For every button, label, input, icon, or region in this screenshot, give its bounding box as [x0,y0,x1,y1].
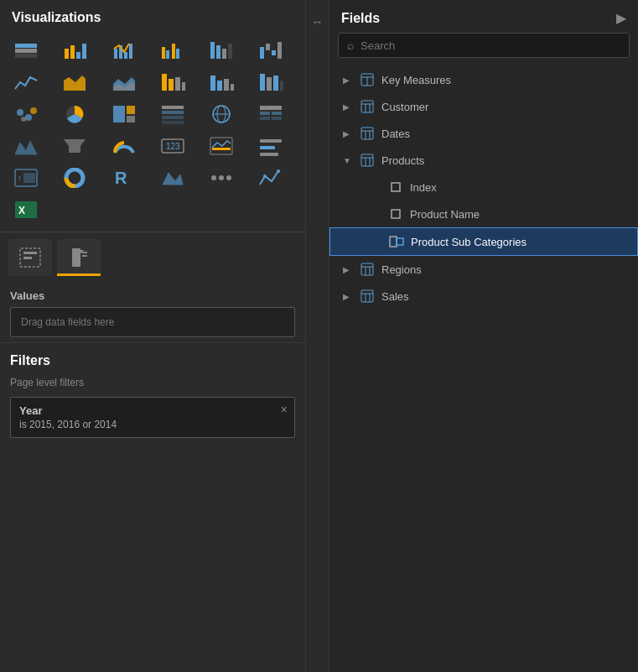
field-group-key-measures: ▶ Key Measures [329,66,638,93]
svg-rect-86 [82,255,87,257]
svg-rect-55 [272,112,282,115]
svg-rect-63 [212,148,231,150]
field-merged-icon-product-sub-cat [389,234,404,249]
fields-tab-button[interactable] [8,239,52,276]
svg-rect-65 [260,146,275,149]
svg-rect-44 [127,106,135,114]
svg-marker-23 [64,76,86,91]
svg-rect-84 [72,248,80,267]
resize-handle[interactable]: ↔ [312,15,324,29]
viz-bar-chart2[interactable] [153,67,192,97]
svg-point-38 [17,109,23,116]
svg-rect-111 [361,290,373,302]
field-item-product-sub-categories[interactable]: ▶ Product Sub Categories [329,227,638,256]
viz-slicer[interactable] [252,131,290,161]
svg-rect-95 [361,128,373,139]
table-icon-dates [360,126,375,141]
viz-custom1[interactable] [252,163,290,193]
field-item-customer[interactable]: ▶ Customer [329,93,638,120]
viz-globe[interactable] [202,99,241,129]
svg-rect-106 [397,238,403,245]
svg-point-40 [30,107,37,114]
svg-point-76 [226,175,231,180]
viz-line-bar[interactable] [105,35,143,65]
field-item-key-measures[interactable]: ▶ Key Measures [329,66,638,93]
svg-rect-4 [70,45,75,59]
calc-icon [360,72,375,87]
viz-scatter[interactable] [7,99,45,129]
field-item-index[interactable]: ▶ Index [329,174,638,201]
field-label-regions: Regions [381,263,422,276]
viz-waterfall[interactable] [252,35,290,65]
svg-rect-54 [260,112,270,115]
viz-bar-chart[interactable] [55,35,94,65]
viz-pie-chart[interactable] [55,99,94,129]
viz-grouped-bar[interactable] [153,35,192,65]
svg-marker-58 [15,141,37,154]
fields-panel-chevron[interactable]: ▶ [616,10,626,26]
viz-funnel[interactable] [55,131,94,161]
viz-ribbon-chart[interactable] [252,67,290,97]
chevron-right-icon: ▶ [343,129,353,138]
filter-card-title: Year [19,404,286,417]
field-item-dates[interactable]: ▶ Dates [329,120,638,147]
field-item-regions[interactable]: ▶ Regions [329,256,638,283]
viz-gauge[interactable] [105,131,143,161]
viz-stacked-bar2[interactable] [202,35,241,65]
field-group-products: ▼ Products ▶ [329,147,638,256]
viz-map-chart[interactable] [7,131,45,161]
viz-stacked-bar[interactable] [7,35,45,65]
svg-rect-35 [267,77,272,91]
field-item-product-name[interactable]: ▶ Product Name [329,201,638,227]
field-group-regions: ▶ Regions [329,256,638,283]
table-icon-customer [360,99,375,114]
viz-area-chart2[interactable] [105,67,143,97]
svg-rect-6 [82,44,86,59]
svg-rect-45 [127,116,135,122]
svg-rect-26 [162,74,167,91]
svg-rect-46 [162,106,184,109]
svg-rect-19 [260,47,264,59]
svg-rect-13 [172,44,175,59]
field-label-product-name: Product Name [410,208,480,221]
viz-card[interactable]: 123 [153,131,192,161]
field-item-products[interactable]: ▼ Products [329,147,638,174]
field-item-sales[interactable]: ▶ Sales [329,283,638,310]
svg-rect-103 [392,183,400,191]
year-filter-card[interactable]: Year is 2015, 2016 or 2014 × [10,397,295,438]
field-square-icon-index [388,180,403,195]
filter-close-button[interactable]: × [281,403,288,416]
filters-label: Filters [10,353,295,368]
field-group-dates: ▶ Dates [329,120,638,147]
values-drop-zone[interactable]: Drag data fields here [10,307,295,337]
viz-r-visual[interactable]: R [105,163,143,193]
viz-filled-map[interactable] [153,163,192,193]
svg-point-77 [263,175,267,178]
viz-column-chart[interactable] [202,67,241,97]
table-icon-regions [360,262,375,277]
svg-rect-5 [76,52,80,59]
viz-line-chart[interactable] [7,67,45,97]
svg-point-72 [70,173,80,183]
svg-rect-12 [166,50,169,59]
fields-panel: Fields ▶ ⌕ ▶ [329,0,638,672]
viz-matrix[interactable] [153,99,192,129]
viz-excel[interactable]: X [7,195,45,225]
viz-more-visuals[interactable] [202,163,241,193]
search-input[interactable] [360,39,620,52]
viz-table[interactable] [252,99,290,129]
viz-treemap[interactable] [105,99,143,129]
svg-rect-29 [182,82,185,91]
format-tab-button[interactable] [57,239,101,276]
field-label-sales: Sales [381,290,409,303]
svg-rect-11 [162,47,165,59]
viz-shoppers[interactable]: ↑ [7,163,45,193]
svg-rect-22 [278,42,282,59]
viz-kpi[interactable] [202,131,241,161]
search-box[interactable]: ⌕ [338,33,630,58]
viz-area-chart[interactable] [55,67,94,97]
svg-rect-82 [23,252,37,254]
svg-rect-37 [280,81,283,91]
viz-donut[interactable] [55,163,94,193]
svg-marker-59 [64,139,86,153]
